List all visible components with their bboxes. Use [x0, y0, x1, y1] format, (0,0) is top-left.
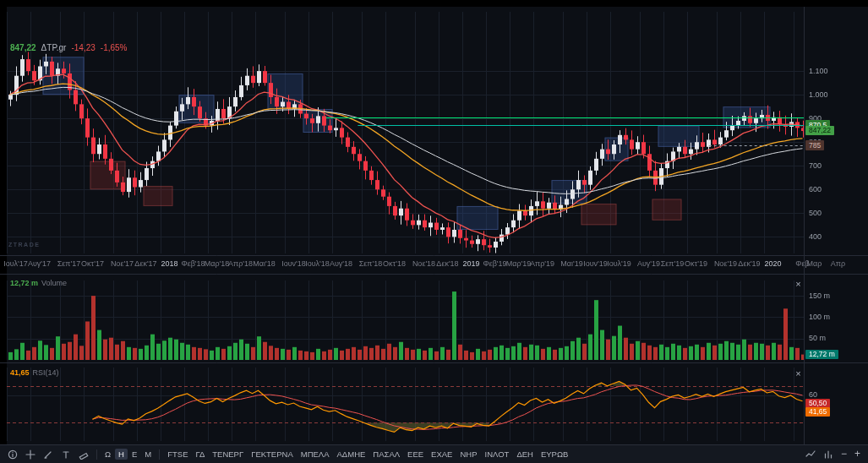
symbol-button-ΓΕΚΤΕΡΝΑ[interactable]: ΓΕΚΤΕΡΝΑ	[248, 449, 297, 460]
symbol-shortcuts-group: FTSEΓΔΤΕΝΕΡΓΓΕΚΤΕΡΝΑΜΠΕΛΑΑΔΜΗΕΠΑΣΑΛΕΕΕΕΧ…	[164, 449, 571, 460]
rsi-indicator-name: RSI(14)	[33, 368, 59, 377]
crosshair-icon	[25, 449, 35, 460]
zoom-in-button[interactable]: +	[851, 447, 864, 460]
legend-change: -14,23	[71, 43, 95, 52]
symbol-button-ΙΝΛΟΤ[interactable]: ΙΝΛΟΤ	[482, 449, 513, 460]
rsi-current-value: 41,65	[10, 368, 30, 377]
drawing-tools-group	[4, 449, 92, 460]
tool-ruler-button[interactable]	[75, 449, 92, 460]
time-axis[interactable]	[7, 256, 805, 275]
symbol-legend: 847,22ΔTP.gr-14,23-1,65%	[10, 44, 132, 52]
tool-crosshair-button[interactable]	[22, 449, 39, 460]
chart-controls-group: −+	[802, 447, 864, 460]
interval-button-Ε[interactable]: Ε	[128, 449, 140, 460]
symbol-button-ΝΗΡ[interactable]: ΝΗΡ	[456, 449, 480, 460]
chart-canvas[interactable]	[0, 0, 868, 446]
volume-indicator-name: Volume	[41, 279, 67, 287]
ruler-icon	[79, 449, 89, 460]
symbol-button-ΔΕΗ[interactable]: ΔΕΗ	[513, 449, 537, 460]
pencil-icon	[43, 449, 53, 460]
volume-current-value: 12,72 m	[10, 279, 38, 287]
rsi-pane-legend: 41,65RSI(14)	[10, 369, 59, 377]
interval-button-Ω[interactable]: Ω	[101, 449, 114, 460]
platform-watermark: ZTRADE	[8, 242, 40, 248]
symbol-button-ΠΑΣΑΛ[interactable]: ΠΑΣΑΛ	[369, 449, 403, 460]
chart-line-icon	[805, 449, 816, 459]
symbol-button-ΓΔ[interactable]: ΓΔ	[193, 449, 209, 460]
tool-pencil-button[interactable]	[40, 449, 57, 460]
volume-pane-close-button[interactable]: ×	[793, 279, 804, 290]
symbol-button-ΑΔΜΗΕ[interactable]: ΑΔΜΗΕ	[334, 449, 369, 460]
symbol-button-FTSE[interactable]: FTSE	[164, 449, 191, 460]
tool-text-button[interactable]	[57, 449, 74, 460]
price-axis[interactable]	[805, 7, 868, 444]
interval-button-Η[interactable]: Η	[115, 449, 128, 460]
symbol-button-ΕΕΕ[interactable]: ΕΕΕ	[404, 449, 427, 460]
symbol-button-ΕΧΑΕ[interactable]: ΕΧΑΕ	[428, 449, 456, 460]
interval-buttons-group: ΩΗΕΜ	[101, 449, 155, 460]
histogram-icon	[823, 449, 833, 459]
symbol-button-ΕΥΡΩΒ[interactable]: ΕΥΡΩΒ	[538, 449, 571, 460]
legend-last-price: 847,22	[10, 43, 36, 52]
symbol-button-ΜΠΕΛΑ[interactable]: ΜΠΕΛΑ	[298, 449, 333, 460]
bottom-toolbar: ΩΗΕΜ FTSEΓΔΤΕΝΕΡΓΓΕΚΤΕΡΝΑΜΠΕΛΑΑΔΜΗΕΠΑΣΑΛ…	[0, 444, 868, 463]
text-icon	[61, 449, 71, 460]
histogram-toggle-button[interactable]	[820, 448, 837, 460]
rsi-pane-close-button[interactable]: ×	[793, 368, 804, 379]
zoom-out-button[interactable]: −	[838, 447, 850, 460]
symbol-button-ΤΕΝΕΡΓ[interactable]: ΤΕΝΕΡΓ	[209, 449, 247, 460]
legend-change-pct: -1,65%	[101, 43, 128, 52]
legend-symbol: ΔTP.gr	[41, 43, 67, 52]
trading-chart-window: { "ui": {"close_glyph": "×", "bg": "#0c0…	[0, 0, 868, 463]
interval-button-Μ[interactable]: Μ	[141, 449, 155, 460]
chart-line-toggle-button[interactable]	[802, 448, 819, 460]
tool-info-button[interactable]	[4, 449, 21, 460]
info-icon	[8, 449, 18, 460]
toolbar-separator	[159, 449, 160, 460]
volume-pane-legend: 12,72 mVolume	[10, 280, 67, 287]
toolbar-separator	[96, 449, 97, 460]
